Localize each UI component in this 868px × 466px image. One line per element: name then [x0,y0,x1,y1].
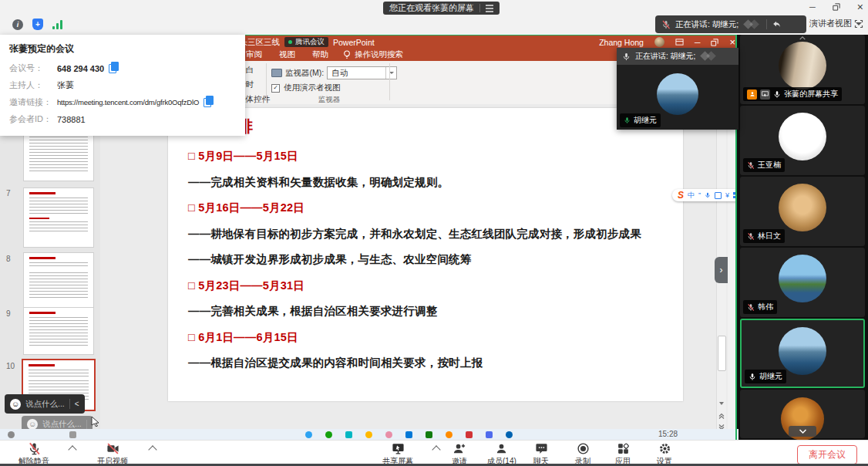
apps-button[interactable]: 应用 [615,442,631,466]
ribbon-display-icon[interactable] [675,38,684,46]
tell-me-search[interactable]: 操作说明搜索 [343,49,403,60]
slide-thumb-7[interactable] [23,187,94,248]
tab-help[interactable]: 帮助 [304,49,337,60]
sogou-logo-icon[interactable]: S [678,190,684,201]
banner-menu-icon[interactable] [486,8,493,9]
slide-canvas[interactable]: 时间安排 □ 5月9日——5月15日 ——完成相关资料和矢量数据收集，明确划定规… [100,104,728,436]
scrollbar-thumb[interactable] [718,336,726,371]
taskbar-app-icon[interactable] [69,431,76,438]
video-options-chevron[interactable] [148,445,156,454]
fullscreen-icon[interactable] [854,19,863,29]
invite-link-value[interactable]: https://meeting.tencent.com/dm/gfrk0Oqfz… [57,98,199,106]
taskbar-app-icon[interactable] [486,431,493,438]
share-screen-button[interactable]: 共享屏幕 [382,442,413,466]
taskbar-app-icon[interactable] [385,431,392,438]
taskbar-app-icon[interactable] [426,431,432,438]
leave-meeting-button[interactable]: 离开会议 [797,445,857,464]
video-tile-partial[interactable] [740,390,865,438]
slide-thumb-8[interactable] [23,252,94,311]
ppt-title: 包头三区三线 腾讯会议 PowerPoint [231,37,375,48]
unmute-button[interactable]: 解除静音 [19,442,49,466]
network-signal-icon[interactable] [52,20,62,29]
collapse-chat-icon[interactable]: < [75,400,79,408]
video-tile[interactable]: 王亚楠 [740,106,865,175]
share-options-chevron[interactable] [432,445,440,454]
divider [86,420,87,430]
scroll-tiles-down-button[interactable] [789,426,816,437]
mic-options-chevron[interactable] [68,445,76,454]
video-tile-screen-share[interactable]: 张萋的屏幕共享 [740,35,865,104]
reply-arrow-icon[interactable] [772,19,782,29]
members-button[interactable]: 成员(14) [487,442,516,466]
taskbar-app-icon[interactable] [305,431,312,438]
participant-avatar [779,184,826,231]
taskbar-app-icon[interactable] [8,431,15,438]
security-shield-icon[interactable]: + [32,19,43,30]
ppt-minimize-icon[interactable]: ─ [695,38,700,47]
start-video-button[interactable]: 开启视频 [97,442,128,466]
taskbar-app-icon[interactable] [405,431,412,438]
taskbar-app-icon[interactable] [325,431,332,438]
copy-icon[interactable] [204,98,211,107]
monitor-row: 监视器(M): 自动 [271,66,397,79]
divider [266,63,267,100]
close-icon[interactable]: × [857,1,863,13]
skin-icon[interactable]: ¥ [725,191,729,199]
host-row: 主持人： 张萋 [9,79,236,91]
taskbar-app-icon[interactable] [466,431,473,438]
minimize-icon[interactable]: ─ [809,2,816,12]
speaker-popup-video[interactable]: 胡继元 [617,65,738,130]
copy-icon[interactable] [109,64,116,73]
ime-toolbar[interactable]: S 中 ” ¥ [672,189,745,201]
taskbar-app-icon[interactable] [345,431,352,438]
dropdown-button[interactable] [385,67,396,79]
chevron-down-icon [799,429,807,434]
settings-button[interactable]: 设置 [657,442,672,466]
participant-id-value: 738881 [57,115,86,124]
monitor-dropdown[interactable]: 自动 [327,66,397,79]
ppt-restore-icon[interactable] [711,39,718,46]
tell-me-label: 操作说明搜索 [355,49,403,60]
quick-chat-pill[interactable]: ☺ 说点什么... < [5,394,85,414]
thumb-number: 9 [6,309,11,318]
checkbox-checked-icon[interactable]: ✓ [271,84,280,93]
meeting-info-icon[interactable]: i [12,19,23,30]
collapse-tiles-icon[interactable] [799,36,806,40]
speaker-popup-header[interactable]: 正在讲话: 胡继元; [617,48,738,65]
ppt-close-icon[interactable]: × [729,36,735,48]
video-tile[interactable]: 林日文 [740,177,865,246]
ppt-titlebar-controls: Zhang Hong ─ × [599,36,735,48]
taskbar-clock: 15:28 [658,430,678,438]
slide-line: □ 5月16日——5月22日 [188,200,666,216]
presenter-view-label: 使用演示者视图 [284,83,341,93]
chat-input-placeholder: 说点什么... [42,419,82,430]
presenter-view-option[interactable]: ✓ 使用演示者视图 [271,83,341,93]
slide-thumb-9[interactable] [23,307,94,355]
voice-input-icon[interactable] [705,191,711,199]
active-speaker-popup: 正在讲话: 胡继元; 胡继元 [617,48,738,130]
video-tile-speaking[interactable]: 胡继元 [740,319,865,388]
mic-icon [622,52,631,61]
slide[interactable]: 时间安排 □ 5月9日——5月15日 ——完成相关资料和矢量数据收集，明确划定规… [168,108,683,401]
chat-button[interactable]: 聊天 [533,442,549,466]
emoji-icon[interactable]: ☺ [10,399,21,410]
mic-muted-icon [28,442,41,455]
input-board-icon[interactable] [715,192,722,199]
taskbar-app-icon[interactable] [365,431,372,438]
sidebar-expand-tab[interactable]: › [715,257,728,283]
restore-icon[interactable] [833,3,840,11]
punctuation-icon[interactable]: ” [698,191,701,199]
participant-name: 张萋的屏幕共享 [784,89,838,100]
taskbar-app-icon[interactable] [506,431,513,438]
app-name: PowerPoint [333,38,375,47]
invite-button[interactable]: 邀请 [452,442,467,466]
scroll-down-icon[interactable] [717,399,726,408]
chinese-mode-icon[interactable]: 中 [688,191,695,201]
account-avatar[interactable] [654,37,664,47]
video-tile[interactable]: 韩伟 [740,248,865,317]
taskbar-app-icon[interactable] [446,431,453,438]
chat-input-placeholder[interactable]: 说点什么... [25,399,65,410]
record-button[interactable]: 录制 [575,442,590,466]
previous-slide-icon[interactable] [717,411,726,420]
tab-view[interactable]: 视图 [271,49,304,60]
